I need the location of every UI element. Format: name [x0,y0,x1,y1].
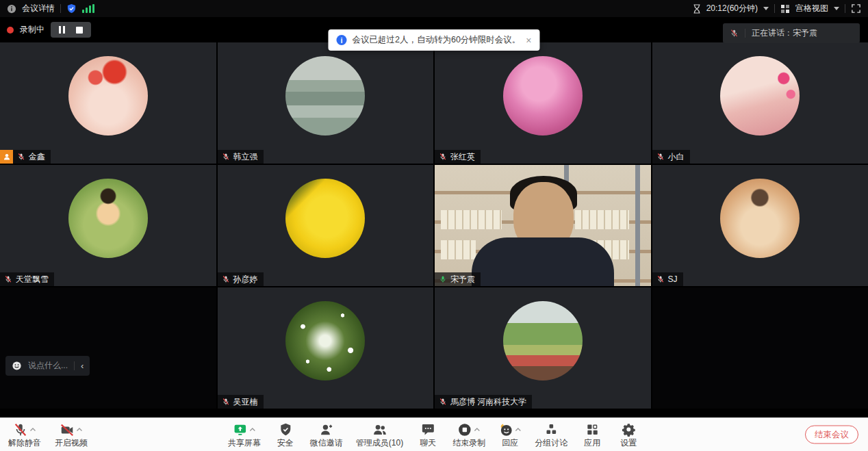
timer-dropdown-icon[interactable] [763,7,769,10]
participant-name: 宋予震 [450,274,475,284]
security-shield-icon[interactable] [66,3,77,14]
apps-button[interactable]: 应用 [580,422,604,448]
mic-muted-icon [222,275,230,283]
invite-person-icon [319,422,334,437]
reactions-button[interactable]: 回应 [498,422,522,448]
chevron-up-icon[interactable] [515,427,522,433]
stop-record-icon [457,422,472,437]
participant-tile[interactable]: 孙彦婷 [218,165,434,286]
avatar [503,56,583,136]
apps-grid-icon [585,422,600,437]
divider [845,4,845,13]
participant-name: SJ [668,274,678,284]
mic-muted-icon [439,398,447,406]
avatar [68,56,148,136]
stop-recording-button[interactable] [76,27,83,34]
members-icon [372,422,387,437]
participant-tile[interactable]: 小白 [652,42,868,164]
speaking-now-text: 正在讲话：宋予震 [752,27,817,39]
top-bar: 会议详情 20:12(60分钟) 宫格视图 [0,0,868,17]
network-signal-icon [82,4,94,13]
chat-bubble-icon [421,422,435,437]
collapse-chevron-left-icon[interactable]: ‹ [81,361,84,371]
chevron-up-icon[interactable] [249,427,256,433]
participant-name: 馬彦博 河南科技大学 [450,397,526,407]
participant-name: 金鑫 [29,152,45,162]
mic-muted-icon [656,275,665,283]
close-icon[interactable]: × [526,36,531,45]
participant-tile[interactable]: 韩立强 [218,42,434,164]
recording-controls [51,22,91,38]
hourglass-icon [693,4,701,14]
meeting-window: 会议详情 20:12(60分钟) 宫格视图 [0,0,868,451]
recording-dot-icon [7,27,14,34]
active-speaker-bar: 正在讲话：宋予震 [723,23,860,43]
participant-name: 孙彦婷 [233,274,258,284]
fullscreen-icon[interactable] [851,3,861,14]
video-stage: 录制中 i 会议已超过2人，自动转为60分钟限时会议。 × 正在讲话：宋予震 [0,17,868,417]
avatar [720,56,800,136]
banner-message: 会议已超过2人，自动转为60分钟限时会议。 [352,34,520,46]
view-dropdown-icon[interactable] [834,7,839,10]
recording-status: 录制中 [20,24,44,36]
recording-bar: 录制中 [7,22,91,38]
info-icon [7,4,16,14]
participant-tile[interactable]: 天堂飘雪 [0,165,216,286]
chat-button[interactable]: 聊天 [416,422,439,448]
divider [745,29,745,38]
breakout-rooms-button[interactable]: 分组讨论 [535,422,567,448]
video-feed [435,165,651,286]
manage-members-button[interactable]: 管理成员(10) [356,422,403,448]
divider [74,361,75,370]
mic-muted-icon [17,153,25,161]
participant-name: 小白 [668,152,685,162]
avatar [285,301,365,381]
reaction-smiley-icon [498,422,513,437]
mic-muted-icon [656,153,665,161]
participant-grid: 金鑫 韩立强 张红英 [0,42,868,409]
view-mode-selector[interactable]: 宫格视图 [795,3,828,14]
grid-view-icon [780,4,790,14]
chevron-up-icon[interactable] [474,427,481,433]
share-screen-icon [233,422,248,437]
share-screen-button[interactable]: 共享屏幕 [228,422,261,448]
end-meeting-button[interactable]: 结束会议 [805,426,858,444]
mic-active-icon [439,275,447,283]
participant-tile[interactable]: 馬彦博 河南科技大学 [435,287,651,409]
participant-tile[interactable]: 金鑫 [0,42,216,164]
empty-tile [0,287,216,409]
meeting-details-link[interactable]: 会议详情 [22,3,55,14]
participant-tile[interactable]: 吴亚楠 [218,287,434,409]
breakout-blocks-icon [544,422,559,437]
participant-tile[interactable]: SJ [652,165,868,286]
avatar [285,179,365,258]
settings-button[interactable]: 设置 [617,422,640,448]
chevron-up-icon[interactable] [29,427,36,433]
notification-banner: i 会议已超过2人，自动转为60分钟限时会议。 × [328,29,539,51]
mic-muted-icon [439,153,447,161]
mic-muted-icon [730,29,739,38]
empty-tile [652,287,868,409]
mic-muted-icon [13,422,28,437]
chat-quick-bar[interactable]: 说点什么... ‹ [5,356,90,376]
shield-check-icon [278,422,292,437]
chevron-up-icon[interactable] [76,427,83,433]
end-recording-button[interactable]: 结束录制 [452,422,485,448]
avatar [68,179,148,258]
divider [774,4,775,13]
mic-muted-icon [222,153,230,161]
unmute-button[interactable]: 解除静音 [8,422,41,448]
bottom-toolbar: 解除静音 开启视频 共享屏幕 [0,417,868,451]
meeting-timer: 20:12(60分钟) [706,3,758,14]
pause-recording-button[interactable] [59,26,65,34]
participant-tile-active-speaker[interactable]: 宋予震 [435,165,651,286]
mic-muted-icon [222,398,230,406]
start-video-button[interactable]: 开启视频 [55,422,88,448]
divider [60,4,61,13]
avatar [720,179,800,258]
security-button[interactable]: 安全 [274,422,297,448]
chat-input-placeholder[interactable]: 说点什么... [28,360,68,372]
wechat-invite-button[interactable]: 微信邀请 [310,422,343,448]
emoji-icon[interactable] [12,361,22,371]
participant-tile[interactable]: 张红英 [435,42,651,164]
